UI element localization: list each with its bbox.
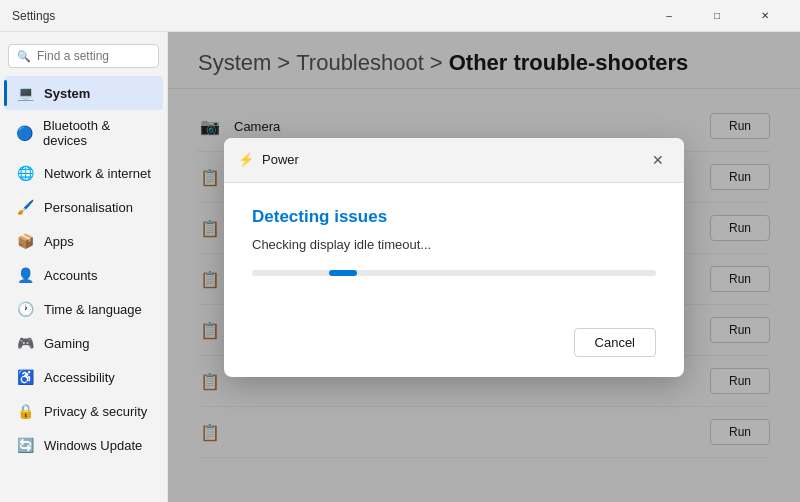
search-input[interactable] xyxy=(37,49,150,63)
modal-power-icon: ⚡ xyxy=(238,152,254,168)
power-troubleshooter-modal: ⚡ Power ✕ Detecting issues Checking disp… xyxy=(224,138,684,377)
sidebar-item-gaming-label: Gaming xyxy=(44,336,90,351)
sidebar-item-apps[interactable]: 📦 Apps xyxy=(4,224,163,258)
system-icon: 💻 xyxy=(16,84,34,102)
time-icon: 🕐 xyxy=(16,300,34,318)
accessibility-icon: ♿ xyxy=(16,368,34,386)
sidebar-item-privacy-label: Privacy & security xyxy=(44,404,147,419)
maximize-button[interactable]: □ xyxy=(694,0,740,32)
sidebar-item-system-label: System xyxy=(44,86,90,101)
sidebar-item-windows-update[interactable]: 🔄 Windows Update xyxy=(4,428,163,462)
sidebar-item-apps-label: Apps xyxy=(44,234,74,249)
search-box[interactable]: 🔍 xyxy=(8,44,159,68)
progress-track xyxy=(252,270,656,276)
sidebar-item-accessibility[interactable]: ♿ Accessibility xyxy=(4,360,163,394)
apps-icon: 📦 xyxy=(16,232,34,250)
sidebar-item-windows-update-label: Windows Update xyxy=(44,438,142,453)
cancel-button[interactable]: Cancel xyxy=(574,328,656,357)
personalisation-icon: 🖌️ xyxy=(16,198,34,216)
modal-footer: Cancel xyxy=(224,328,684,377)
accounts-icon: 👤 xyxy=(16,266,34,284)
progress-bar-container xyxy=(252,270,656,276)
app-title: Settings xyxy=(12,9,55,23)
windows-update-icon: 🔄 xyxy=(16,436,34,454)
sidebar-item-personalisation[interactable]: 🖌️ Personalisation xyxy=(4,190,163,224)
privacy-icon: 🔒 xyxy=(16,402,34,420)
progress-fill xyxy=(329,270,357,276)
search-icon: 🔍 xyxy=(17,50,31,63)
detecting-status: Checking display idle timeout... xyxy=(252,237,656,252)
window-controls: – □ ✕ xyxy=(646,0,788,32)
sidebar: 🔍 💻 System 🔵 Bluetooth & devices 🌐 Netwo… xyxy=(0,32,168,502)
title-bar: Settings – □ ✕ xyxy=(0,0,800,32)
gaming-icon: 🎮 xyxy=(16,334,34,352)
sidebar-item-bluetooth-label: Bluetooth & devices xyxy=(43,118,151,148)
app-container: 🔍 💻 System 🔵 Bluetooth & devices 🌐 Netwo… xyxy=(0,32,800,502)
sidebar-item-network-label: Network & internet xyxy=(44,166,151,181)
sidebar-item-time[interactable]: 🕐 Time & language xyxy=(4,292,163,326)
minimize-button[interactable]: – xyxy=(646,0,692,32)
modal-title-bar: ⚡ Power ✕ xyxy=(224,138,684,183)
modal-body: Detecting issues Checking display idle t… xyxy=(224,183,684,328)
detecting-title: Detecting issues xyxy=(252,207,656,227)
sidebar-item-personalisation-label: Personalisation xyxy=(44,200,133,215)
sidebar-item-accessibility-label: Accessibility xyxy=(44,370,115,385)
modal-title: Power xyxy=(262,152,638,167)
bluetooth-icon: 🔵 xyxy=(16,124,33,142)
network-icon: 🌐 xyxy=(16,164,34,182)
sidebar-item-system[interactable]: 💻 System xyxy=(4,76,163,110)
sidebar-item-bluetooth[interactable]: 🔵 Bluetooth & devices xyxy=(4,110,163,156)
sidebar-item-accounts-label: Accounts xyxy=(44,268,97,283)
main-content: System > Troubleshoot > Other trouble-sh… xyxy=(168,32,800,502)
sidebar-item-accounts[interactable]: 👤 Accounts xyxy=(4,258,163,292)
sidebar-item-gaming[interactable]: 🎮 Gaming xyxy=(4,326,163,360)
close-button[interactable]: ✕ xyxy=(742,0,788,32)
modal-overlay: ⚡ Power ✕ Detecting issues Checking disp… xyxy=(168,32,800,502)
sidebar-item-network[interactable]: 🌐 Network & internet xyxy=(4,156,163,190)
modal-close-button[interactable]: ✕ xyxy=(646,148,670,172)
sidebar-item-time-label: Time & language xyxy=(44,302,142,317)
sidebar-item-privacy[interactable]: 🔒 Privacy & security xyxy=(4,394,163,428)
